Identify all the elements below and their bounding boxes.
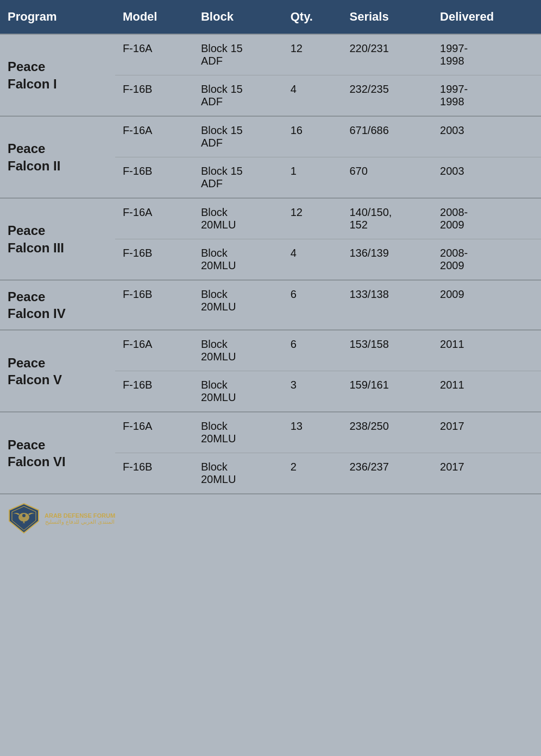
delivered-cell: 2011 (432, 371, 541, 412)
header-block: Block (193, 0, 283, 34)
delivered-cell: 1997- 1998 (432, 34, 541, 75)
model-cell: F-16A (115, 34, 193, 75)
svg-point-3 (22, 514, 26, 517)
serials-cell: 140/150, 152 (342, 198, 433, 239)
delivered-cell: 2003 (432, 116, 541, 157)
block-cell: Block 20MLU (193, 239, 283, 281)
model-cell: F-16B (115, 371, 193, 412)
model-cell: F-16A (115, 412, 193, 453)
model-cell: F-16B (115, 239, 193, 281)
block-cell: Block 15 ADF (193, 34, 283, 75)
qty-cell: 4 (283, 75, 342, 117)
header-model: Model (115, 0, 193, 34)
model-cell: F-16B (115, 157, 193, 199)
model-cell: F-16B (115, 75, 193, 117)
header-serials: Serials (342, 0, 433, 34)
table-row: Peace Falcon IIIF-16ABlock 20MLU12140/15… (0, 198, 541, 239)
header-delivered: Delivered (432, 0, 541, 34)
block-cell: Block 20MLU (193, 412, 283, 453)
table-row: Peace Falcon IVF-16BBlock 20MLU6133/1382… (0, 280, 541, 330)
forum-name: ARAB DEFENSE FORUM (45, 512, 115, 519)
program-cell: Peace Falcon VI (0, 412, 115, 494)
block-cell: Block 15 ADF (193, 116, 283, 157)
delivered-cell: 2008- 2009 (432, 239, 541, 281)
delivered-cell: 1997- 1998 (432, 75, 541, 117)
model-cell: F-16B (115, 280, 193, 330)
header-program: Program (0, 0, 115, 34)
qty-cell: 6 (283, 330, 342, 371)
delivered-cell: 2003 (432, 157, 541, 199)
delivered-cell: 2011 (432, 330, 541, 371)
block-cell: Block 20MLU (193, 371, 283, 412)
program-cell: Peace Falcon V (0, 330, 115, 412)
block-cell: Block 15 ADF (193, 157, 283, 199)
serials-cell: 670 (342, 157, 433, 199)
serials-cell: 220/231 (342, 34, 433, 75)
serials-cell: 159/161 (342, 371, 433, 412)
table-row: Peace Falcon IIF-16ABlock 15 ADF16671/68… (0, 116, 541, 157)
qty-cell: 3 (283, 371, 342, 412)
qty-cell: 12 (283, 34, 342, 75)
program-cell: Peace Falcon I (0, 34, 115, 116)
serials-cell: 238/250 (342, 412, 433, 453)
serials-cell: 671/686 (342, 116, 433, 157)
model-cell: F-16A (115, 198, 193, 239)
table-row: Peace Falcon VIF-16ABlock 20MLU13238/250… (0, 412, 541, 453)
serials-cell: 236/237 (342, 453, 433, 494)
qty-cell: 16 (283, 116, 342, 157)
qty-cell: 12 (283, 198, 342, 239)
serials-cell: 153/158 (342, 330, 433, 371)
header-qty: Qty. (283, 0, 342, 34)
model-cell: F-16A (115, 330, 193, 371)
table-row: Peace Falcon IF-16ABlock 15 ADF12220/231… (0, 34, 541, 75)
qty-cell: 13 (283, 412, 342, 453)
program-cell: Peace Falcon II (0, 116, 115, 198)
model-cell: F-16B (115, 453, 193, 494)
program-cell: Peace Falcon III (0, 198, 115, 280)
delivered-cell: 2017 (432, 412, 541, 453)
qty-cell: 6 (283, 280, 342, 330)
block-cell: Block 15 ADF (193, 75, 283, 117)
delivered-cell: 2017 (432, 453, 541, 494)
block-cell: Block 20MLU (193, 198, 283, 239)
program-cell: Peace Falcon IV (0, 280, 115, 330)
watermark-cell: ARAB DEFENSE FORUM المنتدى العربي للدفاع… (0, 494, 541, 540)
block-cell: Block 20MLU (193, 453, 283, 494)
qty-cell: 2 (283, 453, 342, 494)
logo-icon (8, 502, 40, 535)
delivered-cell: 2009 (432, 280, 541, 330)
qty-cell: 4 (283, 239, 342, 281)
forum-subtitle: المنتدى العربي للدفاع والتسليح (45, 519, 115, 525)
serials-cell: 133/138 (342, 280, 433, 330)
block-cell: Block 20MLU (193, 280, 283, 330)
watermark-row: ARAB DEFENSE FORUM المنتدى العربي للدفاع… (0, 494, 541, 540)
model-cell: F-16A (115, 116, 193, 157)
qty-cell: 1 (283, 157, 342, 199)
serials-cell: 136/139 (342, 239, 433, 281)
table-row: Peace Falcon VF-16ABlock 20MLU6153/15820… (0, 330, 541, 371)
serials-cell: 232/235 (342, 75, 433, 117)
block-cell: Block 20MLU (193, 330, 283, 371)
delivered-cell: 2008- 2009 (432, 198, 541, 239)
